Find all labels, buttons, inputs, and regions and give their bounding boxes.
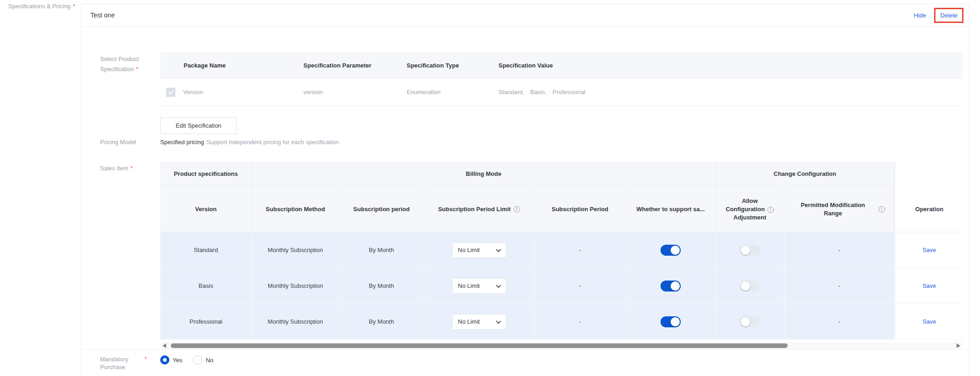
col-header-subscription-method: Subscription Method [252, 186, 339, 232]
subscription-period-value-cell: - [534, 232, 626, 268]
allow-adjustment-toggle[interactable] [740, 281, 760, 292]
allow-line2: Configuration [726, 206, 765, 213]
sales-table-row-professional: Professional Monthly Subscription By Mon… [160, 304, 963, 340]
panel-header: Test one Hide Delete [81, 4, 969, 27]
info-icon[interactable]: i [514, 206, 520, 213]
chevron-down-icon [496, 318, 501, 323]
save-link[interactable]: Save [923, 247, 936, 253]
spec-label-line1: Select Product [100, 56, 139, 62]
col-header-version: Version [160, 186, 252, 232]
col-header-specification-type: Specification Type [407, 62, 498, 69]
radio-option-no[interactable]: No [193, 355, 213, 365]
spec-table-row: Version verison Enumeration Standard、 Ba… [160, 79, 963, 106]
sales-table-group-header: Product specifications Billing Mode Chan… [160, 162, 963, 186]
allow-adjustment-cell [716, 304, 784, 340]
operation-cell: Save [895, 304, 963, 340]
mandatory-purchase-label-text: Mandatory Purchase [100, 355, 142, 371]
chevron-down-icon [496, 247, 501, 252]
allow-line1: Allow [742, 197, 758, 204]
subscription-method-cell: Monthly Subscription [252, 268, 339, 304]
section-label-specifications-pricing: Specifications & Pricing* [8, 3, 75, 10]
specification-value-value: Standard、 Basis、 Professional [498, 88, 963, 96]
info-icon[interactable]: i [879, 206, 885, 213]
radio-yes[interactable] [160, 355, 169, 365]
delete-link[interactable]: Delete [940, 12, 958, 19]
spec-content: Package Name Specification Parameter Spe… [160, 52, 963, 134]
version-cell: Professional [160, 304, 252, 340]
group-header-change-configuration: Change Configuration [716, 162, 895, 186]
scrollbar-thumb[interactable] [171, 343, 788, 348]
save-link[interactable]: Save [923, 318, 936, 325]
mandatory-purchase-row: Mandatory Purchase * Yes No [81, 350, 969, 371]
save-link[interactable]: Save [923, 282, 936, 289]
sales-table-column-header: Version Subscription Method Subscription… [160, 186, 963, 232]
support-sale-toggle[interactable] [661, 245, 681, 256]
required-asterisk: * [145, 355, 147, 371]
subscription-period-cell: By Month [339, 232, 424, 268]
panel-title: Test one [90, 11, 115, 19]
sales-item-content: Product specifications Billing Mode Chan… [160, 162, 963, 349]
mandatory-purchase-label: Mandatory Purchase * [100, 355, 160, 371]
subscription-period-value-cell: - [534, 268, 626, 304]
subscription-period-cell: By Month [339, 268, 424, 304]
specification-parameter-value: verison [303, 89, 407, 95]
period-limit-select[interactable]: No Limit [452, 242, 506, 258]
col-header-subscription-period-limit: Subscription Period Limit i [424, 186, 534, 232]
permitted-range-cell: - [784, 268, 895, 304]
pricing-model-hint: Support independent pricing for each spe… [206, 139, 340, 146]
toggle-knob [671, 246, 680, 255]
permitted-range-cell: - [784, 304, 895, 340]
package-name-cell: Version [160, 88, 303, 97]
scroll-right-icon[interactable] [957, 343, 960, 348]
subscription-period-limit-cell: No Limit [424, 304, 534, 340]
horizontal-scrollbar [160, 342, 963, 349]
toggle-knob [741, 317, 750, 326]
radio-option-yes[interactable]: Yes [160, 355, 182, 365]
period-limit-value: No Limit [458, 247, 480, 253]
allow-adjustment-toggle[interactable] [740, 316, 760, 327]
period-limit-select[interactable]: No Limit [452, 278, 506, 294]
period-limit-value: No Limit [458, 318, 480, 325]
group-header-operation-spacer [895, 162, 963, 186]
support-sale-toggle[interactable] [661, 281, 681, 292]
toggle-knob [671, 281, 680, 291]
sales-table: Product specifications Billing Mode Chan… [160, 162, 963, 340]
subscription-method-cell: Monthly Subscription [252, 232, 339, 268]
col-header-subscription-period: Subscription period [339, 186, 424, 232]
support-sale-cell [626, 232, 716, 268]
mandatory-purchase-options: Yes No [160, 355, 224, 371]
required-asterisk: * [130, 165, 133, 172]
subscription-period-limit-cell: No Limit [424, 232, 534, 268]
period-limit-select[interactable]: No Limit [452, 314, 506, 330]
col-header-package-name: Package Name [160, 62, 303, 69]
section-label-text: Specifications & Pricing [8, 3, 71, 10]
col-header-operation: Operation [895, 186, 963, 232]
col-header-subscription-period-2: Subscription Period [534, 186, 626, 232]
radio-no[interactable] [193, 355, 202, 365]
col-header-permitted-modification-range: Permitted Modification Range i [784, 186, 895, 232]
permitted-range-cell: - [784, 232, 895, 268]
subscription-method-cell: Monthly Subscription [252, 304, 339, 340]
sales-item-label-text: Sales Item [100, 165, 128, 172]
sales-item-row: Sales Item* Product specifications Billi… [100, 162, 963, 349]
support-sale-toggle[interactable] [661, 316, 681, 327]
toggle-knob [671, 317, 680, 326]
sales-table-row-basis: Basis Monthly Subscription By Month No L… [160, 268, 963, 304]
period-limit-value: No Limit [458, 282, 480, 289]
subscription-period-limit-text: Subscription Period Limit [438, 205, 510, 213]
hide-link[interactable]: Hide [914, 12, 926, 19]
col-header-specification-value: Specification Value [498, 62, 963, 69]
edit-specification-button[interactable]: Edit Specification [160, 117, 237, 134]
allow-adjustment-cell [716, 232, 784, 268]
scroll-left-icon[interactable] [162, 343, 166, 348]
sales-item-label: Sales Item* [100, 162, 160, 349]
col-header-allow-configuration-adjustment: Allow Configurationi Adjustment [716, 186, 784, 232]
package-name-value: Version [183, 89, 203, 95]
info-icon[interactable]: i [767, 207, 774, 213]
col-header-whether-to-support-sale: Whether to support sa... [626, 186, 716, 232]
pricing-model-row: Pricing Model Specified pricingSupport i… [100, 138, 963, 146]
operation-cell: Save [895, 268, 963, 304]
operation-cell: Save [895, 232, 963, 268]
allow-adjustment-toggle[interactable] [740, 245, 760, 256]
toggle-knob [741, 246, 750, 255]
